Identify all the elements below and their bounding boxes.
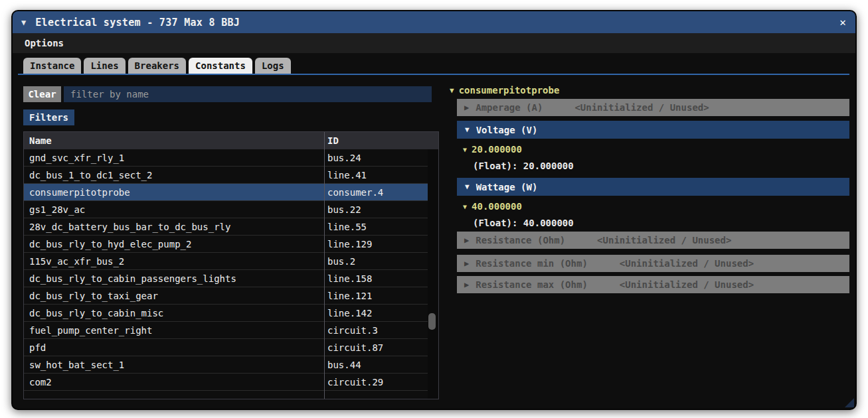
cell-name: sw_hot_bat_sect_1: [29, 356, 124, 374]
chevron-right-icon[interactable]: ▶: [464, 280, 469, 289]
cell-id: line.121: [327, 287, 372, 305]
cell-name: fuel_pump_center_right: [29, 322, 152, 339]
table-row[interactable]: pfdcircuit.87: [24, 339, 429, 356]
uninitialized-value: <Uninitialized / Unused>: [597, 235, 731, 245]
tab-underline: [18, 74, 849, 75]
cell-name: 28v_dc_battery_bus_bar_to_dc_bus_rly: [29, 218, 230, 236]
clear-filter-button[interactable]: Clear: [23, 86, 61, 102]
tree-node-label: Resistance min (Ohm): [476, 258, 588, 269]
table-row[interactable]: dc_bus_rly_to_cabin_passengers_lightslin…: [24, 270, 429, 287]
chevron-right-icon[interactable]: ▶: [464, 259, 469, 268]
window-collapse-icon[interactable]: ▼: [21, 18, 26, 27]
table-row[interactable]: 28v_dc_battery_bus_bar_to_dc_bus_rlyline…: [24, 218, 429, 236]
table-scrollbar-track[interactable]: [428, 149, 438, 399]
table-scrollbar-thumb[interactable]: [428, 313, 436, 330]
tree-node-label: Resistance max (Ohm): [476, 279, 588, 290]
app-window: ▼ Electrical system - 737 Max 8 BBJ ✕ Op…: [11, 10, 857, 410]
cell-name: dc_bus_rly_to_cabin_passengers_lights: [29, 270, 236, 287]
tree-node-label: Voltage (V): [476, 125, 538, 135]
tree-node-label: 20.000000: [472, 144, 522, 155]
tree-node-label: Wattage (W): [476, 182, 538, 192]
tree-leaf-float: (Float): 20.000000: [457, 160, 849, 172]
tree-node-disabled[interactable]: ▶Amperage (A)<Uninitialized / Unused>: [457, 99, 849, 116]
uninitialized-value: <Uninitialized / Unused>: [620, 279, 754, 290]
cell-id: line.129: [327, 236, 372, 253]
tab-lines[interactable]: Lines: [84, 58, 125, 74]
window-title: Electrical system - 737 Max 8 BBJ: [35, 17, 240, 29]
tree-node-value[interactable]: ▼40.000000: [457, 200, 849, 213]
uninitialized-value: <Uninitialized / Unused>: [574, 102, 709, 113]
cell-name: consumerpitotprobe: [29, 184, 130, 201]
tree-node-root[interactable]: ▼ consumerpitotprobe: [446, 82, 559, 98]
menu-item-options[interactable]: Options: [18, 38, 70, 48]
cell-name: pfd: [29, 339, 46, 356]
tree-node-label: 40.000000: [472, 201, 522, 212]
cell-id: circuit.29: [327, 374, 383, 391]
table-row[interactable]: gs1_28v_acbus.22: [24, 201, 429, 218]
tree-node-disabled[interactable]: ▶Resistance max (Ohm)<Uninitialized / Un…: [457, 276, 849, 293]
table-row[interactable]: dc_bus_rly_to_taxi_gearline.121: [24, 287, 429, 305]
cell-name: gs1_28v_ac: [29, 201, 85, 218]
constants-table: Name ID gnd_svc_xfr_rly_1bus.24dc_bus_1_…: [23, 131, 439, 399]
chevron-right-icon[interactable]: ▶: [464, 103, 469, 112]
cell-id: bus.44: [327, 356, 361, 374]
menu-bar: Options: [13, 33, 855, 53]
tree-leaf-float: (Float): 40.000000: [457, 217, 849, 229]
cell-name: dc_bus_rly_to_taxi_gear: [29, 287, 158, 305]
chevron-down-icon[interactable]: ▼: [463, 203, 467, 210]
cell-name: dc_bus_rly_to_hyd_elec_pump_2: [29, 236, 191, 253]
tree-node-value[interactable]: ▼20.000000: [457, 143, 849, 156]
tree-node-disabled[interactable]: ▶Resistance min (Ohm)<Uninitialized / Un…: [457, 255, 849, 272]
tree-node-label: Amperage (A): [476, 102, 543, 113]
chevron-down-icon[interactable]: ▼: [450, 86, 454, 95]
uninitialized-value: <Uninitialized / Unused>: [620, 258, 754, 269]
chevron-right-icon[interactable]: ▶: [464, 236, 469, 245]
tree-node-label: (Float): 20.000000: [473, 161, 574, 171]
table-row[interactable]: dc_bus_1_to_dc1_sect_2line.41: [24, 167, 429, 184]
tree-node-disabled[interactable]: ▶Resistance (Ohm)<Uninitialized / Unused…: [457, 232, 849, 249]
table-row[interactable]: dc_bus_rly_to_cabin_miscline.142: [24, 305, 429, 322]
close-icon[interactable]: ✕: [839, 16, 846, 29]
tab-logs[interactable]: Logs: [255, 58, 291, 74]
tree-node-label: Resistance (Ohm): [476, 235, 565, 245]
filter-by-name-input[interactable]: [64, 86, 432, 102]
table-row[interactable]: dc_bus_rly_to_hyd_elec_pump_2line.129: [24, 236, 429, 253]
cell-id: circuit.3: [327, 322, 378, 339]
table-row[interactable]: consumerpitotprobeconsumer.4: [24, 184, 429, 201]
resize-grip[interactable]: [845, 398, 854, 407]
tab-instance[interactable]: Instance: [23, 58, 81, 74]
cell-id: bus.22: [327, 201, 361, 218]
tab-constants[interactable]: Constants: [189, 58, 252, 74]
column-header-id[interactable]: ID: [327, 132, 339, 149]
cell-id: line.55: [327, 218, 367, 236]
cell-id: bus.24: [327, 149, 361, 167]
cell-id: consumer.4: [327, 184, 383, 201]
column-header-name[interactable]: Name: [29, 132, 52, 149]
tree-node-label: (Float): 40.000000: [473, 218, 574, 228]
tab-breakers[interactable]: Breakers: [128, 58, 186, 74]
cell-name: 115v_ac_xfr_bus_2: [29, 253, 124, 270]
table-row[interactable]: com2circuit.29: [24, 374, 429, 391]
table-row[interactable]: fuel_pump_center_rightcircuit.3: [24, 322, 429, 339]
tree-node-header[interactable]: ▼Voltage (V): [457, 121, 849, 139]
table-row[interactable]: gnd_svc_xfr_rly_1bus.24: [24, 149, 429, 167]
cell-id: line.158: [327, 270, 372, 287]
column-divider[interactable]: [324, 132, 325, 399]
chevron-down-icon[interactable]: ▼: [463, 146, 467, 153]
cell-name: dc_bus_rly_to_cabin_misc: [29, 305, 163, 322]
cell-name: com2: [29, 374, 52, 391]
cell-name: dc_bus_1_to_dc1_sect_2: [29, 167, 152, 184]
cell-name: gnd_svc_xfr_rly_1: [29, 149, 124, 167]
cell-id: line.41: [327, 167, 367, 184]
cell-id: line.142: [327, 305, 372, 322]
tab-bar: InstanceLinesBreakersConstantsLogs: [23, 58, 291, 74]
cell-id: bus.2: [327, 253, 355, 270]
table-row[interactable]: sw_hot_bat_sect_1bus.44: [24, 356, 429, 374]
table-row[interactable]: 115v_ac_xfr_bus_2bus.2: [24, 253, 429, 270]
table-header: Name ID: [24, 132, 438, 149]
tree-node-header[interactable]: ▼Wattage (W): [457, 178, 849, 196]
chevron-down-icon[interactable]: ▼: [465, 182, 470, 191]
chevron-down-icon[interactable]: ▼: [465, 125, 470, 134]
table-row[interactable]: [24, 391, 429, 399]
filters-toggle[interactable]: Filters: [23, 109, 74, 125]
